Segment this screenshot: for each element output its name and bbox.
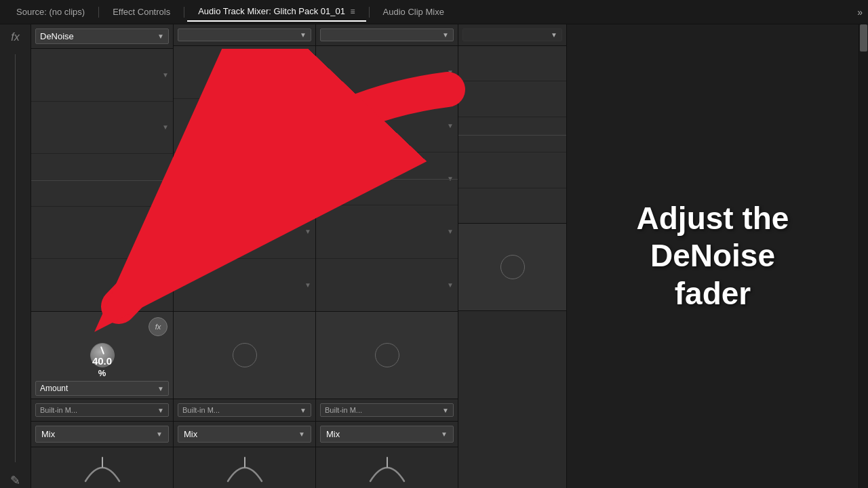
channel3-auto-row-1: ▼ — [316, 46, 458, 99]
channel2-row1-arrow: ▼ — [304, 68, 311, 76]
channel3-builtin-select[interactable]: Built-in M... ▼ — [320, 403, 454, 417]
tab-divider-1 — [98, 7, 99, 18]
channel4-auto-row-1 — [458, 46, 566, 81]
channel1-row4-arrow: ▼ — [162, 229, 169, 237]
channel1-builtin-row: Built-in M... ▼ — [31, 399, 173, 422]
track-channel-2: ▼ ▼ ▼ ▼ ▼ ▼ Built-in M... ▼ — [174, 24, 316, 488]
channel4-auto-row-5 — [458, 188, 566, 223]
channel3-auto-row-5: ▼ — [316, 259, 458, 311]
channel2-fader-section — [174, 311, 315, 399]
channel1-fader-value: 40.0 % — [31, 355, 173, 378]
channel2-auto-row-5: ▼ — [174, 259, 315, 311]
channel2-builtin-select[interactable]: Built-in M... ▼ — [178, 403, 311, 417]
channel3-mix-select[interactable]: Mix ▼ — [320, 426, 454, 443]
channel1-row5-arrow: ▼ — [162, 281, 169, 289]
tab-overflow-button[interactable]: » — [857, 7, 863, 18]
channel4-auto-row-4 — [458, 152, 566, 188]
channel1-auto-row-4: ▼ — [31, 207, 173, 260]
fx-icon[interactable]: fx — [11, 31, 19, 43]
channel4-fader-knob[interactable] — [500, 255, 525, 279]
channel2-top-dropdown: ▼ — [174, 24, 315, 46]
channel2-mix-select[interactable]: Mix ▼ — [178, 426, 311, 443]
tab-source[interactable]: Source: (no clips) — [5, 3, 96, 21]
tab-bar: Source: (no clips) Effect Controls Audio… — [0, 0, 868, 24]
channel3-builtin-arrow: ▼ — [442, 407, 449, 414]
channel4-top-dropdown: ▼ — [458, 24, 566, 46]
channel4-effect-dropdown[interactable]: ▼ — [462, 28, 562, 41]
tab-audio-track-mixer[interactable]: Audio Track Mixer: Glitch Pack 01_01 ≡ — [187, 2, 366, 22]
channel1-auto-row-2: ▼ — [31, 102, 173, 155]
channel4-dropdown-arrow: ▼ — [551, 31, 557, 39]
channel1-row2-arrow: ▼ — [162, 123, 169, 131]
channel1-builtin-arrow: ▼ — [157, 407, 164, 414]
left-sidebar: fx ✎ — [0, 24, 31, 488]
channel1-amount-arrow: ▼ — [157, 385, 164, 392]
channel2-dropdown-arrow: ▼ — [300, 31, 307, 39]
right-scrollbar[interactable] — [859, 24, 868, 488]
track-channel-3: ▼ ▼ ▼ ▼ ▼ ▼ Built-in M... ▼ — [316, 24, 458, 488]
channel2-builtin-row: Built-in M... ▼ — [174, 399, 315, 422]
channel3-builtin-row: Built-in M... ▼ — [316, 399, 458, 422]
channel3-row5-arrow: ▼ — [447, 281, 454, 289]
channel3-mix-row: Mix ▼ — [316, 422, 458, 447]
channel1-auto-row-1: ▼ — [31, 49, 173, 102]
tab-audio-clip-mixer[interactable]: Audio Clip Mixe — [372, 3, 455, 21]
channel3-fader-section — [316, 311, 458, 399]
main-area: fx ✎ DeNoise ▼ ▼ ▼ ▼ — [0, 24, 868, 488]
channel2-center-line — [174, 179, 315, 180]
channel3-effect-dropdown[interactable]: ▼ — [320, 28, 454, 41]
sidebar-divider — [15, 54, 16, 462]
pencil-icon[interactable]: ✎ — [10, 473, 20, 488]
tab-divider-2 — [184, 7, 184, 18]
annotation-area: Adjust the DeNoise fader — [567, 24, 859, 488]
channel4-bottom-area — [458, 311, 566, 488]
channel1-amount-dropdown[interactable]: Amount ▼ — [35, 381, 169, 396]
channel3-fader-knob[interactable] — [375, 343, 399, 367]
channel4-automation-lanes — [458, 46, 566, 223]
channel3-auto-row-4: ▼ — [316, 205, 458, 258]
tab-menu-icon[interactable]: ≡ — [351, 7, 355, 16]
channel1-auto-row-5: ▼ — [31, 259, 173, 311]
channel1-fader-unit: % — [98, 368, 106, 378]
channel1-effect-dropdown[interactable]: DeNoise ▼ — [35, 28, 169, 44]
channel1-pan-area — [31, 447, 173, 488]
channel3-row2-arrow: ▼ — [447, 122, 454, 129]
channel2-automation-lanes: ▼ ▼ ▼ ▼ ▼ — [174, 46, 315, 311]
channel2-row4-arrow: ▼ — [304, 228, 311, 235]
track-channel-1: DeNoise ▼ ▼ ▼ ▼ ▼ ▼ — [31, 24, 174, 488]
channel3-automation-lanes: ▼ ▼ ▼ ▼ ▼ — [316, 46, 458, 311]
track-channel-4: ▼ — [458, 24, 567, 488]
channel1-center-line — [31, 180, 173, 181]
channel3-row1-arrow: ▼ — [447, 68, 454, 76]
channel2-auto-row-1: ▼ — [174, 46, 315, 99]
channel2-mix-row: Mix ▼ — [174, 422, 315, 447]
channel2-effect-dropdown[interactable]: ▼ — [178, 28, 311, 41]
channel3-pan-area — [316, 447, 458, 488]
channel1-automation-lanes: ▼ ▼ ▼ ▼ ▼ — [31, 49, 173, 311]
channel3-mix-arrow: ▼ — [441, 430, 448, 438]
channel1-fader-section: 40.0 % fx Amount ▼ — [31, 311, 173, 399]
channel4-fader-section — [458, 223, 566, 311]
channel2-row2-arrow: ▼ — [304, 122, 311, 129]
channel1-builtin-select[interactable]: Built-in M... ▼ — [35, 403, 169, 417]
channel3-top-dropdown: ▼ — [316, 24, 458, 46]
channel2-row5-arrow: ▼ — [304, 281, 311, 289]
channel1-top-dropdown: DeNoise ▼ — [31, 24, 173, 49]
channel1-mix-select[interactable]: Mix ▼ — [35, 426, 169, 443]
tab-divider-3 — [369, 7, 370, 18]
channel2-mix-arrow: ▼ — [298, 430, 305, 438]
channel3-center-line — [316, 179, 458, 180]
channel2-pan-arc-svg — [221, 451, 269, 485]
scrollbar-thumb[interactable] — [860, 24, 867, 52]
channel2-fader-knob[interactable] — [233, 343, 257, 367]
channel2-pan-area — [174, 447, 315, 488]
channel2-builtin-arrow: ▼ — [300, 407, 307, 414]
channel3-auto-row-2: ▼ — [316, 99, 458, 152]
channel1-mix-row: Mix ▼ — [31, 422, 173, 447]
tab-effect-controls[interactable]: Effect Controls — [102, 3, 181, 21]
channel2-auto-row-2: ▼ — [174, 99, 315, 152]
channel4-center-line — [458, 135, 566, 136]
channel3-row4-arrow: ▼ — [447, 228, 454, 235]
channel1-fx-badge[interactable]: fx — [149, 317, 167, 336]
annotation-text: Adjust the DeNoise fader — [637, 200, 789, 312]
